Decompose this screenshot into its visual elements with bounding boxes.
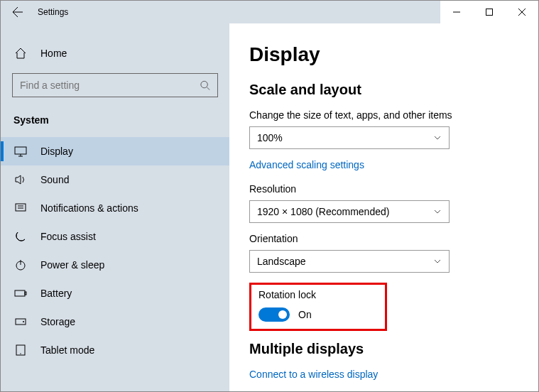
sidebar-item-battery[interactable]: Battery — [1, 279, 229, 307]
page-title: Display — [249, 43, 526, 66]
titlebar: Settings — [1, 1, 538, 23]
sidebar-item-sound[interactable]: Sound — [1, 165, 229, 194]
storage-icon — [13, 315, 28, 329]
scale-label: Change the size of text, apps, and other… — [249, 109, 526, 121]
svg-rect-9 — [16, 204, 26, 211]
advanced-scaling-link[interactable]: Advanced scaling settings — [249, 159, 364, 170]
scale-heading: Scale and layout — [249, 82, 526, 98]
display-icon — [13, 144, 28, 158]
svg-point-4 — [201, 81, 207, 87]
sidebar-home[interactable]: Home — [1, 39, 229, 67]
resolution-value: 1920 × 1080 (Recommended) — [257, 206, 389, 217]
sidebar-item-label: Sound — [40, 174, 69, 185]
power-icon — [13, 258, 28, 272]
svg-rect-15 — [25, 292, 26, 295]
tablet-icon — [13, 343, 28, 357]
connect-wireless-link[interactable]: Connect to a wireless display — [249, 369, 378, 380]
maximize-button[interactable] — [473, 1, 506, 23]
chevron-down-icon — [433, 207, 442, 216]
focus-assist-icon — [13, 229, 28, 244]
minimize-button[interactable] — [440, 1, 473, 23]
search-icon — [200, 80, 210, 91]
minimize-icon — [453, 9, 460, 16]
svg-point-19 — [20, 353, 21, 354]
svg-rect-14 — [15, 290, 25, 296]
multiple-displays-heading: Multiple displays — [249, 341, 526, 357]
maximize-icon — [486, 9, 493, 16]
sidebar: Home System Display Sound Notifications … — [1, 23, 229, 391]
sidebar-item-display[interactable]: Display — [1, 137, 229, 165]
sidebar-item-label: Focus assist — [40, 231, 96, 242]
sidebar-item-notifications[interactable]: Notifications & actions — [1, 194, 229, 222]
orientation-select[interactable]: Landscape — [249, 250, 450, 273]
close-icon — [518, 9, 526, 16]
sidebar-home-label: Home — [40, 48, 67, 59]
sidebar-item-tablet-mode[interactable]: Tablet mode — [1, 336, 229, 364]
arrow-left-icon — [12, 6, 23, 18]
sidebar-item-label: Battery — [40, 288, 72, 299]
battery-icon — [13, 286, 28, 300]
sidebar-item-focus-assist[interactable]: Focus assist — [1, 222, 229, 251]
svg-line-5 — [207, 87, 209, 90]
rotation-lock-label: Rotation lock — [258, 289, 376, 300]
window-controls — [440, 1, 538, 23]
chevron-down-icon — [433, 257, 442, 266]
resolution-label: Resolution — [249, 183, 526, 195]
sidebar-item-label: Tablet mode — [40, 344, 94, 356]
notifications-icon — [13, 201, 28, 215]
rotation-lock-toggle[interactable] — [258, 307, 290, 322]
sidebar-item-label: Notifications & actions — [40, 202, 138, 214]
sound-icon — [13, 173, 28, 187]
svg-rect-1 — [486, 9, 493, 16]
resolution-select[interactable]: 1920 × 1080 (Recommended) — [249, 200, 450, 223]
home-icon — [13, 46, 28, 60]
back-button[interactable] — [1, 1, 35, 23]
search-input[interactable] — [12, 73, 218, 97]
rotation-lock-highlight: Rotation lock On — [249, 283, 387, 331]
scale-value: 100% — [257, 132, 283, 143]
svg-point-17 — [23, 321, 24, 322]
svg-rect-6 — [15, 147, 26, 154]
sidebar-item-label: Storage — [40, 316, 75, 327]
sidebar-item-label: Display — [40, 146, 73, 157]
close-button[interactable] — [506, 1, 538, 23]
rotation-lock-state: On — [298, 309, 312, 320]
sidebar-item-power-sleep[interactable]: Power & sleep — [1, 251, 229, 279]
sidebar-category: System — [1, 103, 229, 137]
sidebar-item-storage[interactable]: Storage — [1, 307, 229, 336]
sidebar-item-label: Power & sleep — [40, 259, 104, 271]
orientation-label: Orientation — [249, 233, 526, 244]
search-field[interactable] — [20, 80, 200, 91]
window-title: Settings — [35, 7, 440, 17]
toggle-knob — [278, 310, 287, 319]
orientation-value: Landscape — [257, 256, 306, 267]
main-panel: Display Scale and layout Change the size… — [229, 23, 538, 391]
scale-select[interactable]: 100% — [249, 126, 450, 149]
chevron-down-icon — [433, 134, 442, 142]
